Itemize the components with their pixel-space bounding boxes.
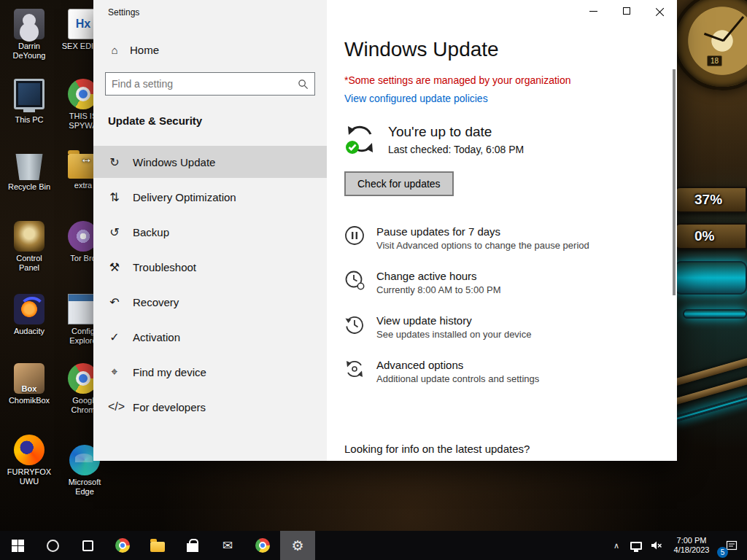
find-device-icon: ⌖ bbox=[108, 365, 121, 378]
pause-icon bbox=[344, 225, 365, 246]
desktop-icon-label: FURRYFOX UWU bbox=[6, 467, 53, 486]
view-policies-link[interactable]: View configured update policies bbox=[344, 93, 488, 104]
store-icon bbox=[187, 543, 198, 552]
desktop-icon-label: This PC bbox=[6, 115, 53, 125]
cortana-button[interactable] bbox=[35, 531, 70, 560]
show-hidden-icons-button[interactable]: ∧ bbox=[607, 531, 626, 560]
taskbar-mail-button[interactable]: ✉ bbox=[210, 531, 245, 560]
desktop-icon-label: Recycle Bin bbox=[6, 182, 53, 192]
sidebar-item-label: For developers bbox=[133, 401, 206, 413]
control-panel-icon bbox=[14, 221, 44, 252]
close-icon bbox=[656, 7, 665, 15]
start-button[interactable] bbox=[0, 531, 35, 560]
option-active-hours[interactable]: Change active hours Currently 8:00 AM to… bbox=[344, 270, 643, 295]
sidebar-item-label: Activation bbox=[133, 331, 180, 343]
gauge-value: 0% bbox=[694, 228, 714, 244]
windows-update-icon: ↻ bbox=[108, 155, 121, 169]
search-input[interactable] bbox=[106, 78, 298, 90]
status-last-checked: Last checked: Today, 6:08 PM bbox=[388, 144, 524, 155]
volume-muted-icon bbox=[651, 540, 662, 551]
chevron-up-icon: ∧ bbox=[614, 541, 619, 551]
scrollbar-thumb[interactable] bbox=[673, 69, 676, 295]
network-tray-button[interactable] bbox=[626, 531, 646, 560]
taskbar-file-explorer-button[interactable] bbox=[140, 531, 175, 560]
recycle-bin-icon bbox=[14, 149, 44, 180]
check-for-updates-button[interactable]: Check for updates bbox=[344, 171, 454, 196]
activation-icon: ✓ bbox=[108, 330, 121, 344]
gauge-widget-2: 0% bbox=[674, 223, 747, 249]
sidebar-item-delivery-optimization[interactable]: ⇅ Delivery Optimization bbox=[93, 181, 327, 213]
gauge-value: 37% bbox=[694, 192, 722, 208]
option-title: View update history bbox=[376, 314, 531, 327]
desktop-icon-label: Control Panel bbox=[6, 254, 53, 273]
desktop-icon-firefox[interactable]: FURRYFOX UWU bbox=[6, 435, 53, 486]
home-icon: ⌂ bbox=[108, 44, 121, 56]
page-title: Windows Update bbox=[344, 38, 643, 61]
chrome-icon bbox=[255, 538, 270, 553]
desktop-icon-audacity[interactable]: Audacity bbox=[6, 294, 53, 336]
option-subtitle: Additional update controls and settings bbox=[376, 373, 539, 384]
settings-sidebar: Settings ⌂ Home Update & Security ↻ Wind… bbox=[93, 0, 327, 461]
advanced-options-icon bbox=[344, 359, 365, 379]
action-center-button[interactable]: 5 bbox=[716, 531, 747, 560]
taskbar-settings-button[interactable]: ⚙ bbox=[280, 531, 315, 560]
sidebar-item-label: Delivery Optimization bbox=[133, 191, 236, 203]
sidebar-item-recovery[interactable]: ↶ Recovery bbox=[93, 286, 327, 318]
sidebar-item-find-my-device[interactable]: ⌖ Find my device bbox=[93, 356, 327, 388]
history-icon bbox=[344, 314, 365, 335]
cortana-icon bbox=[47, 540, 59, 552]
maximize-button[interactable] bbox=[610, 0, 643, 22]
desktop-icon-recycle-bin[interactable]: Recycle Bin bbox=[6, 149, 53, 192]
sidebar-item-windows-update[interactable]: ↻ Windows Update bbox=[93, 146, 327, 178]
taskbar-store-button[interactable] bbox=[175, 531, 210, 560]
volume-tray-button[interactable] bbox=[646, 531, 667, 560]
notification-badge: 5 bbox=[717, 547, 728, 558]
computer-icon bbox=[14, 79, 44, 109]
sidebar-item-troubleshoot[interactable]: ⚒ Troubleshoot bbox=[93, 251, 327, 283]
option-title: Change active hours bbox=[376, 270, 501, 282]
sidebar-nav-list: ↻ Windows Update ⇅ Delivery Optimization… bbox=[93, 146, 327, 423]
home-label: Home bbox=[130, 44, 159, 56]
sidebar-item-backup[interactable]: ↺ Backup bbox=[93, 216, 327, 248]
sidebar-item-activation[interactable]: ✓ Activation bbox=[93, 321, 327, 353]
desktop-icon-control-panel[interactable]: Control Panel bbox=[6, 221, 53, 273]
option-advanced-options[interactable]: Advanced options Additional update contr… bbox=[344, 359, 643, 384]
option-subtitle: Currently 8:00 AM to 5:00 PM bbox=[376, 284, 501, 295]
up-to-date-icon bbox=[344, 123, 376, 155]
sidebar-item-for-developers[interactable]: </> For developers bbox=[93, 391, 327, 423]
status-title: You're up to date bbox=[388, 124, 524, 140]
desktop-icon-chomikbox[interactable]: Box ChomikBox bbox=[6, 363, 53, 405]
close-button[interactable] bbox=[643, 0, 677, 22]
desktop-icon-this-pc[interactable]: This PC bbox=[6, 79, 53, 125]
taskbar-chrome2-button[interactable] bbox=[245, 531, 280, 560]
settings-search-box bbox=[105, 72, 315, 96]
minimize-button[interactable] bbox=[576, 0, 610, 22]
sidebar-item-label: Find my device bbox=[133, 366, 206, 378]
update-options-list: Pause updates for 7 days Visit Advanced … bbox=[344, 225, 643, 384]
taskbar-chrome-button[interactable] bbox=[105, 531, 140, 560]
settings-content: Windows Update *Some settings are manage… bbox=[327, 0, 677, 461]
task-view-button[interactable] bbox=[70, 531, 105, 560]
taskbar-clock[interactable]: 7:00 PM 4/18/2023 bbox=[667, 536, 716, 555]
developers-icon: </> bbox=[108, 400, 121, 413]
maximize-icon bbox=[623, 7, 630, 15]
network-icon bbox=[630, 542, 642, 550]
task-view-icon bbox=[82, 540, 93, 551]
settings-gear-icon: ⚙ bbox=[291, 537, 303, 554]
minimize-icon bbox=[589, 11, 597, 12]
delivery-optimization-icon: ⇅ bbox=[108, 190, 121, 204]
desktop-icon-label: Audacity bbox=[6, 327, 53, 336]
option-update-history[interactable]: View update history See updates installe… bbox=[344, 314, 643, 340]
chrome-icon bbox=[115, 538, 130, 553]
option-title: Advanced options bbox=[376, 359, 539, 371]
window-title: Settings bbox=[108, 7, 327, 18]
taskbar: ✉ ⚙ ∧ 7:00 PM 4/18/2023 5 bbox=[0, 531, 747, 560]
option-subtitle: See updates installed on your device bbox=[376, 329, 531, 340]
clock-time: 7:00 PM bbox=[667, 536, 716, 545]
sidebar-item-home[interactable]: ⌂ Home bbox=[108, 44, 327, 56]
search-icon[interactable] bbox=[298, 79, 309, 90]
file-explorer-icon bbox=[150, 542, 165, 552]
desktop-icon-user-folder[interactable]: Darrin DeYoung bbox=[6, 9, 53, 61]
latest-updates-question: Looking for info on the latest updates? bbox=[344, 443, 530, 455]
option-pause-updates[interactable]: Pause updates for 7 days Visit Advanced … bbox=[344, 225, 643, 251]
